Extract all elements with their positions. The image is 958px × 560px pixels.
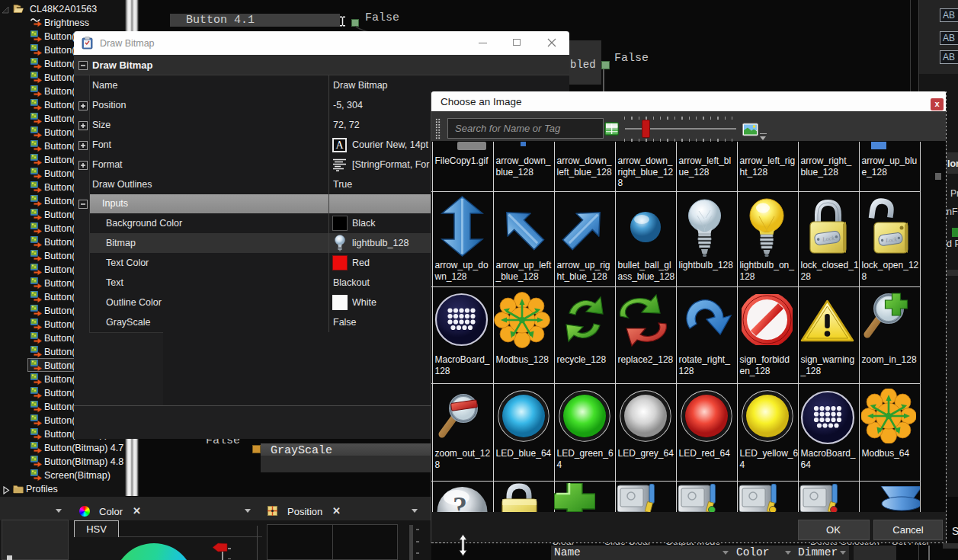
svg-text:?: ? [453,491,467,512]
